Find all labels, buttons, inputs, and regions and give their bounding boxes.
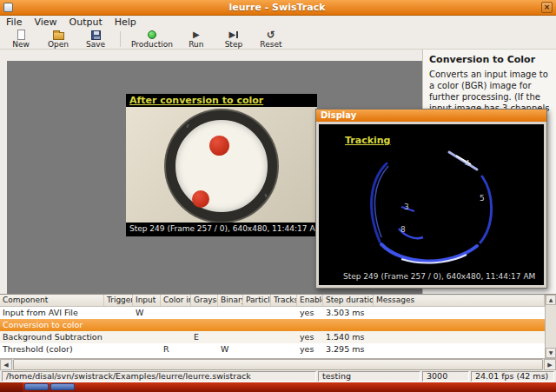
scroll-right-icon[interactable]: ▶ — [544, 359, 556, 370]
save-floppy-icon — [91, 30, 101, 40]
table-cell — [243, 319, 271, 331]
hscroll-thumb[interactable] — [13, 359, 543, 370]
menubar: File View Output Help — [0, 16, 556, 29]
desktop-taskbar — [0, 382, 556, 392]
table-cell: E — [191, 331, 218, 343]
table-cell — [161, 307, 191, 319]
column-header[interactable]: Color ir — [161, 295, 191, 306]
column-header[interactable]: Component — [0, 295, 104, 306]
step-button[interactable]: ▶ Step — [220, 30, 248, 49]
table-cell: 1.540 ms — [323, 331, 374, 343]
table-vertical-scrollbar[interactable]: ▲ ▼ — [545, 295, 556, 358]
column-header[interactable]: Enable — [297, 295, 323, 306]
open-button[interactable]: Open — [44, 30, 72, 49]
production-button[interactable]: Production — [131, 30, 173, 49]
table-cell — [161, 319, 191, 331]
main-area: After conversion to color Step 249 (Fram… — [0, 50, 556, 294]
open-folder-icon — [53, 32, 64, 40]
menu-file[interactable]: File — [6, 16, 22, 29]
production-status-icon — [148, 30, 156, 39]
toolbar: New Open Save Production ▶ Run ▶ Step ↺ … — [0, 29, 556, 50]
track-id-label: 3 — [404, 203, 409, 211]
table-cell: Conversion to color — [0, 319, 104, 331]
table-row[interactable]: Input from AVI FileWyes3.503 ms — [0, 307, 545, 319]
run-button[interactable]: ▶ Run — [182, 30, 210, 49]
table-cell — [271, 307, 297, 319]
taskbar-item[interactable] — [50, 383, 75, 390]
step-forward-icon: ▶ — [229, 30, 236, 40]
window-icon — [3, 3, 13, 12]
table-cell — [323, 319, 374, 331]
table-cell — [271, 319, 297, 331]
table-cell: yes — [297, 331, 323, 343]
menu-output[interactable]: Output — [70, 16, 103, 29]
table-cell — [374, 307, 545, 319]
new-document-icon — [17, 30, 25, 40]
viewer-status-text: Step 249 (Frame 257 / 0), 640x480, 11:44… — [126, 223, 317, 236]
table-cell: W — [133, 307, 161, 319]
save-button[interactable]: Save — [82, 30, 109, 49]
column-header[interactable]: Step duration — [323, 295, 374, 306]
table-cell — [271, 343, 297, 355]
table-cell — [374, 319, 545, 331]
column-header[interactable]: Messages — [374, 295, 545, 306]
table-cell — [243, 343, 271, 355]
table-row[interactable]: Threshold (color)RWyes3.295 ms — [0, 343, 545, 355]
display-window-titlebar[interactable]: Display — [316, 110, 546, 122]
reset-button[interactable]: ↺ Reset — [257, 30, 285, 49]
viewer-title: After conversion to color — [126, 94, 317, 107]
track-id-label: 8 — [400, 225, 406, 234]
table-cell: yes — [297, 343, 323, 355]
column-header[interactable]: Trigger — [104, 295, 133, 306]
component-table: Component Trigger Input Color ir Graysc … — [0, 294, 556, 358]
tracked-object-red-2 — [192, 190, 209, 208]
table-cell — [374, 331, 545, 343]
taskbar-menu-segment[interactable] — [0, 382, 23, 392]
table-cell — [218, 331, 243, 343]
track-id-label: 5 — [480, 194, 485, 203]
column-header[interactable]: Tracks — [271, 295, 297, 306]
tracking-trails — [319, 124, 544, 285]
table-cell: Background Subtraction (co... — [0, 331, 104, 343]
table-cell — [297, 319, 323, 331]
reset-icon: ↺ — [267, 30, 275, 40]
table-cell — [133, 343, 161, 355]
column-header[interactable]: Input — [133, 295, 161, 306]
table-cell — [104, 331, 133, 343]
table-cell — [133, 331, 161, 343]
column-header[interactable]: Graysc — [191, 295, 218, 306]
scroll-left-icon[interactable]: ◀ — [0, 359, 12, 370]
scroll-down-icon[interactable]: ▼ — [546, 348, 556, 358]
display-window: Display Tracking 3 4 5 8 Step 249 (Frame… — [315, 109, 547, 289]
table-cell — [243, 331, 271, 343]
column-header[interactable]: Particle — [243, 295, 271, 306]
table-cell: 3.295 ms — [323, 343, 374, 355]
table-cell: 3.503 ms — [323, 307, 374, 319]
table-row[interactable]: Conversion to color — [0, 319, 545, 331]
taskbar-item[interactable] — [24, 383, 49, 390]
close-button[interactable]: × — [541, 2, 553, 13]
table-cell — [104, 307, 133, 319]
table-header-row: Component Trigger Input Color ir Graysc … — [0, 295, 545, 307]
run-play-icon: ▶ — [193, 30, 200, 40]
table-cell — [104, 319, 133, 331]
menu-help[interactable]: Help — [115, 16, 136, 29]
camera-image — [126, 107, 317, 223]
scroll-up-icon[interactable]: ▲ — [546, 295, 556, 305]
track-id-label: 4 — [465, 159, 470, 168]
table-horizontal-scrollbar[interactable]: ◀ ▶ — [0, 358, 556, 370]
statusbar-value: 3000 — [422, 371, 469, 382]
column-header[interactable]: Binary — [218, 295, 243, 306]
new-button[interactable]: New — [7, 30, 35, 49]
table-cell — [161, 331, 191, 343]
window-titlebar[interactable]: leurre - SwisTrack × — [0, 0, 556, 16]
table-cell — [191, 319, 218, 331]
table-cell — [243, 307, 271, 319]
tracking-view: Tracking 3 4 5 8 Step 249 (Frame 257 / 0… — [319, 124, 544, 285]
arena-ring — [166, 110, 277, 222]
menu-view[interactable]: View — [34, 16, 56, 29]
table-row[interactable]: Background Subtraction (co...Eyes1.540 m… — [0, 331, 545, 343]
statusbar-file-path: /home/disal/svn/swistrack/Examples/leurr… — [2, 371, 316, 382]
table-cell — [374, 343, 545, 355]
table-cell: W — [218, 343, 243, 355]
